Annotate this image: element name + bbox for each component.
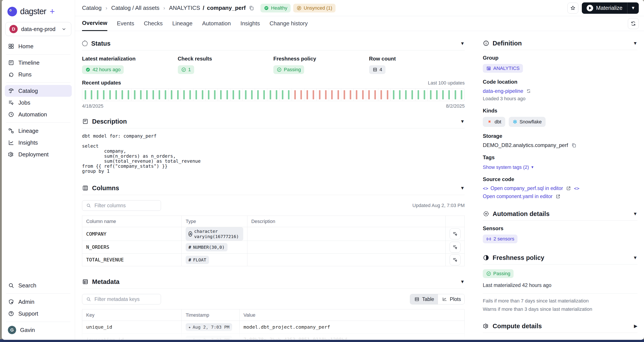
check-results-badge[interactable]: 1 [178, 65, 194, 74]
update-bar[interactable] [374, 90, 376, 99]
update-bar[interactable] [399, 90, 400, 99]
sidebar-item-catalog[interactable]: Catalog [5, 85, 72, 97]
collapse-caret[interactable]: ▼ [460, 279, 465, 284]
show-system-tags-link[interactable]: Show system tags (2) [483, 164, 529, 170]
update-bar[interactable] [294, 90, 296, 99]
row-count-badge[interactable]: 4 [369, 65, 386, 74]
update-bar[interactable] [461, 90, 462, 99]
update-bar[interactable] [356, 90, 357, 99]
update-bar[interactable] [232, 90, 234, 99]
column-lineage-button[interactable] [450, 254, 460, 265]
update-bar[interactable] [91, 90, 92, 99]
update-bar[interactable] [177, 90, 179, 99]
update-bar[interactable] [455, 90, 456, 99]
tab-events[interactable]: Events [117, 16, 134, 31]
update-bar[interactable] [276, 90, 277, 99]
update-bar[interactable] [424, 90, 425, 99]
update-bar[interactable] [134, 90, 136, 99]
open-sql-link[interactable]: Open company_perf.sql in editor [490, 185, 563, 191]
deployment-switcher[interactable]: D data-eng-prod [5, 22, 71, 36]
expand-caret[interactable]: ▶ [634, 323, 638, 329]
update-bar[interactable] [350, 90, 351, 99]
update-bar[interactable] [442, 90, 444, 99]
update-bar[interactable] [257, 90, 259, 99]
update-bar[interactable] [344, 90, 345, 99]
group-badge[interactable]: ANALYTICS [483, 64, 523, 73]
update-bar[interactable] [171, 90, 172, 99]
open-yaml-link[interactable]: Open component.yaml in editor [483, 193, 552, 199]
collapse-caret[interactable]: ▼ [633, 41, 638, 46]
update-bar[interactable] [220, 90, 222, 99]
update-bar[interactable] [300, 90, 302, 99]
latest-materialization-badge[interactable]: 42 hours ago [82, 65, 124, 74]
copy-icon[interactable] [248, 5, 255, 11]
tab-lineage[interactable]: Lineage [172, 16, 193, 31]
update-bar[interactable] [152, 90, 154, 99]
tab-change-history[interactable]: Change history [270, 16, 308, 31]
favorite-button[interactable] [568, 3, 578, 14]
external-link-icon[interactable] [565, 186, 572, 191]
update-bar[interactable] [214, 90, 216, 99]
filter-columns-field[interactable] [94, 202, 158, 209]
refresh-button[interactable] [628, 18, 639, 29]
update-bar[interactable] [183, 90, 185, 99]
sidebar-item-insights[interactable]: Insights [5, 137, 72, 149]
filter-metadata-field[interactable] [94, 296, 158, 302]
update-bar[interactable] [380, 90, 382, 99]
update-bar[interactable] [196, 90, 197, 99]
tab-insights[interactable]: Insights [240, 16, 260, 31]
update-bar[interactable] [412, 90, 413, 99]
update-bar[interactable] [226, 90, 228, 99]
update-bar[interactable] [146, 90, 148, 99]
sidebar-item-jobs[interactable]: Jobs [5, 97, 72, 109]
update-bar[interactable] [165, 90, 166, 99]
update-bar[interactable] [368, 90, 370, 99]
sidebar-item-search[interactable]: Search [5, 279, 72, 291]
update-bar[interactable] [418, 90, 419, 99]
user-menu[interactable]: G Gavin [5, 324, 72, 336]
update-bar[interactable] [393, 90, 394, 99]
collapse-caret[interactable]: ▼ [633, 211, 638, 216]
sidebar-item-automation[interactable]: Automation [5, 109, 72, 120]
update-bar[interactable] [202, 90, 203, 99]
update-bar[interactable] [263, 90, 265, 99]
materialize-dropdown[interactable]: ▼ [628, 6, 639, 11]
filter-metadata-input[interactable] [82, 294, 161, 304]
column-lineage-button[interactable] [450, 228, 460, 239]
breadcrumb-all-assets[interactable]: Catalog / All assets [111, 5, 160, 11]
collapse-caret[interactable]: ▼ [460, 119, 465, 124]
breadcrumb-group[interactable]: ANALYTICS [169, 5, 200, 11]
tab-overview[interactable]: Overview [82, 16, 107, 31]
update-bar[interactable] [85, 90, 86, 99]
update-bar[interactable] [97, 90, 98, 99]
update-bar[interactable] [331, 90, 333, 99]
update-bar[interactable] [251, 90, 253, 99]
update-bar[interactable] [128, 90, 129, 99]
collapse-caret[interactable]: ▼ [633, 255, 638, 260]
freshness-badge[interactable]: Passing [273, 65, 304, 74]
update-bar[interactable] [103, 90, 104, 99]
update-bar[interactable] [208, 90, 210, 99]
copy-icon[interactable] [571, 143, 577, 148]
tab-checks[interactable]: Checks [144, 16, 163, 31]
update-bar[interactable] [306, 90, 308, 99]
update-bar[interactable] [140, 90, 142, 99]
update-bar[interactable] [282, 90, 284, 99]
sidebar-item-runs[interactable]: Runs [5, 69, 72, 80]
tab-automation[interactable]: Automation [202, 16, 231, 31]
update-bar[interactable] [189, 90, 191, 99]
plots-view-button[interactable]: Plots [438, 294, 464, 304]
update-bar[interactable] [245, 90, 246, 99]
update-bar[interactable] [448, 90, 450, 99]
unsynced-badge[interactable]: Unsynced (1) [293, 4, 336, 13]
breadcrumb-catalog[interactable]: Catalog [82, 5, 102, 11]
update-bar[interactable] [158, 90, 160, 99]
update-bar[interactable] [312, 90, 314, 99]
update-bar[interactable] [362, 90, 364, 99]
update-bar[interactable] [116, 90, 117, 99]
sidebar-item-deployment[interactable]: Deployment [5, 149, 72, 160]
sidebar-item-support[interactable]: Support [5, 308, 72, 319]
update-bar[interactable] [338, 90, 339, 99]
code-location-link[interactable]: data-eng-pipeline [483, 88, 523, 94]
update-bar[interactable] [288, 90, 290, 99]
